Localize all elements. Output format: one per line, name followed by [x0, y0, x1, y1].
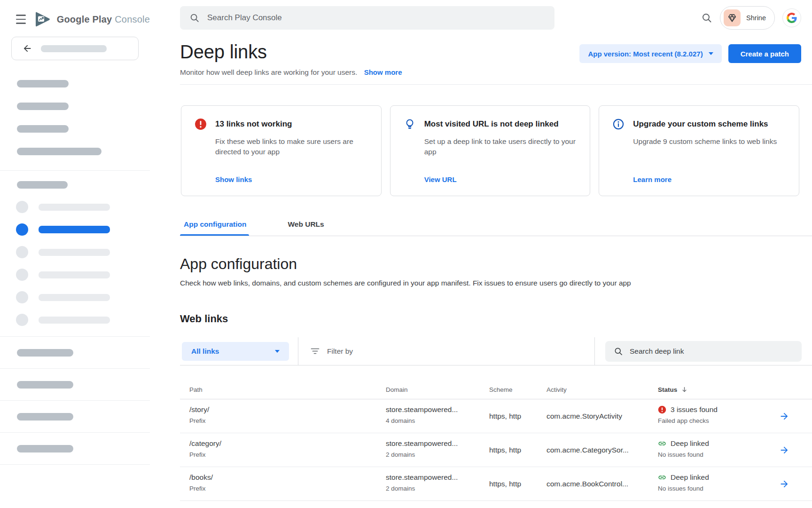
app-switcher-back-button[interactable] — [11, 37, 139, 60]
sidebar-section-item[interactable] — [0, 369, 150, 401]
scheme-cell — [489, 501, 547, 508]
view-url-link[interactable]: View URL — [424, 175, 579, 183]
nav-item-icon-placeholder — [16, 201, 28, 213]
arrow-forward-icon[interactable] — [779, 445, 789, 455]
scheme-cell: https, http — [489, 399, 547, 433]
activity-cell: com.acme.CategorySor... — [547, 433, 658, 467]
sidebar: Google Play Console — [0, 0, 150, 508]
google-logo-icon — [787, 13, 797, 23]
menu-button[interactable] — [16, 15, 26, 24]
subtitle-text: Monitor how well deep links are working … — [180, 68, 357, 76]
divider — [594, 337, 595, 365]
sidebar-nav-item[interactable] — [0, 314, 150, 326]
tab-bar: App configuration Web URLs — [180, 219, 812, 236]
page-header: Deep links Monitor how well deep links a… — [180, 41, 801, 77]
sidebar-nav-item[interactable] — [0, 246, 150, 258]
skeleton-bar — [39, 204, 110, 211]
table-header-row: Path Domain Scheme Activity Status — [180, 365, 812, 399]
sidebar-nav-item[interactable] — [0, 291, 150, 303]
deep-link-search[interactable] — [605, 341, 802, 362]
nav-item-icon-placeholder — [16, 246, 28, 258]
sidebar-nav-item[interactable] — [0, 201, 150, 213]
tab-app-configuration[interactable]: App configuration — [180, 219, 256, 236]
sidebar-section-item[interactable] — [0, 433, 150, 465]
page-title: Deep links — [180, 41, 402, 63]
skeleton-bar — [17, 148, 102, 155]
skeleton-bar — [17, 349, 73, 357]
create-patch-button[interactable]: Create a patch — [728, 44, 801, 63]
filter-by-label: Filter by — [327, 347, 353, 356]
path-cell: /story/ Prefix — [189, 399, 386, 433]
status-cell: Deep linked No issues found — [658, 433, 779, 467]
lightbulb-icon — [404, 118, 416, 130]
error-icon — [658, 405, 666, 414]
link-icon — [658, 439, 666, 448]
app-version-label: App version: Most recent (8.2.027) — [588, 50, 703, 58]
domain-cell: store.steampowered... 2 domains — [386, 467, 489, 500]
account-avatar[interactable] — [782, 8, 801, 27]
play-console-logo[interactable]: Google Play Console — [33, 11, 150, 27]
sort-descending-icon — [681, 386, 688, 393]
table-row[interactable]: /books/ Prefix store.steampowered... 2 d… — [180, 467, 812, 501]
global-search[interactable] — [180, 6, 554, 30]
chevron-down-icon — [709, 52, 713, 55]
skeleton-bar — [17, 413, 73, 421]
divider — [298, 337, 298, 365]
skeleton-bar — [39, 249, 110, 256]
app-selector-chip[interactable]: Shrine — [720, 6, 775, 30]
card-header: Upgrade your custom scheme links — [612, 118, 788, 130]
logo-brand-text: Google Play — [57, 14, 112, 24]
scheme-cell: https, http — [489, 467, 547, 500]
sidebar-skeleton-group — [0, 80, 150, 155]
all-links-dropdown[interactable]: All links — [182, 342, 289, 361]
sidebar-section-item[interactable] — [0, 337, 150, 369]
arrow-forward-icon[interactable] — [779, 411, 789, 421]
global-search-input[interactable] — [207, 13, 545, 23]
card-title: 13 links not working — [215, 118, 292, 129]
sidebar-nav-item-active[interactable] — [0, 223, 150, 236]
table-row[interactable]: /story/ Prefix store.steampowered... 4 d… — [180, 399, 812, 433]
table-row[interactable]: /item/ store.steampowered... Deep linked — [180, 501, 812, 508]
learn-more-link[interactable]: Learn more — [633, 175, 788, 183]
card-header: 13 links not working — [195, 118, 370, 130]
card-most-visited-url: Most visited URL is not deep linked Set … — [390, 105, 591, 196]
domain-cell: store.steampowered... — [386, 501, 489, 508]
sidebar-section-item[interactable] — [0, 401, 150, 433]
skeleton-bar — [39, 226, 110, 233]
card-body: Set up a deep link to take users directl… — [424, 136, 579, 158]
sidebar-nav-item[interactable] — [0, 269, 150, 281]
sidebar-divider — [0, 170, 150, 171]
skeleton-bar — [17, 445, 73, 452]
activity-cell: com.acme.BookControl... — [547, 467, 658, 500]
activity-cell: com.acme.StoryActivity — [547, 399, 658, 433]
column-header-status[interactable]: Status — [658, 386, 779, 393]
skeleton-section-header — [17, 181, 68, 189]
column-header-path[interactable]: Path — [189, 386, 386, 393]
deep-link-search-input[interactable] — [630, 347, 793, 356]
column-header-activity[interactable]: Activity — [547, 386, 658, 393]
arrow-forward-icon[interactable] — [779, 479, 789, 489]
show-more-link[interactable]: Show more — [364, 68, 402, 76]
card-title: Most visited URL is not deep linked — [424, 118, 559, 129]
filter-by-control[interactable]: Filter by — [311, 347, 353, 356]
filter-icon — [311, 348, 320, 354]
path-cell: /books/ Prefix — [189, 467, 386, 500]
nav-item-icon-placeholder — [16, 223, 28, 236]
table-row[interactable]: /category/ Prefix store.steampowered... … — [180, 433, 812, 467]
nav-item-icon-placeholder — [16, 314, 28, 326]
app-version-dropdown[interactable]: App version: Most recent (8.2.027) — [579, 44, 721, 63]
column-header-domain[interactable]: Domain — [386, 386, 489, 393]
activity-cell — [547, 501, 658, 508]
column-header-scheme[interactable]: Scheme — [489, 386, 547, 393]
tab-web-urls[interactable]: Web URLs — [278, 219, 333, 236]
sidebar-nav-list — [0, 201, 150, 326]
skeleton-bar — [17, 103, 69, 110]
skeleton-bar — [39, 294, 110, 301]
show-links-link[interactable]: Show links — [215, 175, 370, 183]
page-search-button[interactable] — [701, 12, 712, 24]
section-description: Check how web links, domains, and custom… — [180, 279, 812, 287]
nav-item-icon-placeholder — [16, 269, 28, 281]
status-cell: 3 issues found Failed app checks — [658, 399, 779, 433]
skeleton-bar — [41, 45, 107, 52]
back-arrow-icon — [22, 43, 32, 54]
